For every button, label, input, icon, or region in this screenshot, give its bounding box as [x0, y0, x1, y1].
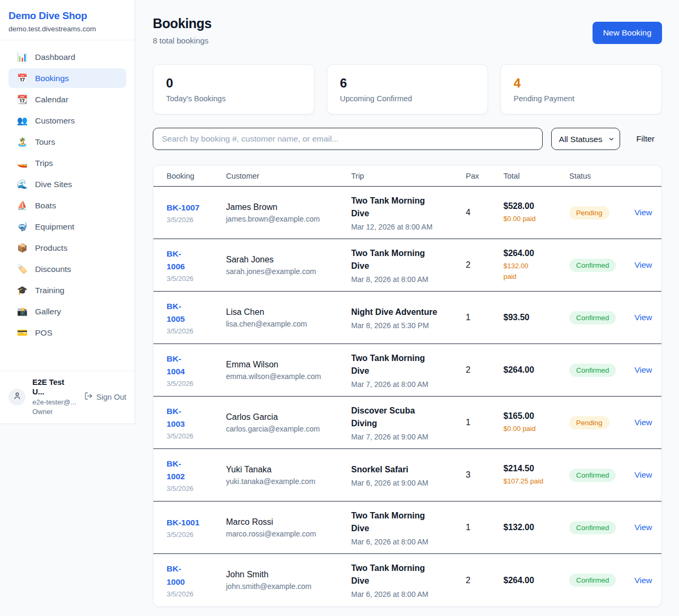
sidebar-item-calendar[interactable]: 📆 Calendar	[8, 90, 126, 109]
pax-count: 3	[466, 470, 503, 480]
column-header-trip: Trip	[351, 172, 466, 180]
customer-cell: Lisa Chen lisa.chen@example.com	[226, 307, 351, 328]
brand-name: Demo Dive Shop	[8, 10, 126, 22]
table-row: BK- 1004 3/5/2026 Emma Wilson emma.wilso…	[153, 344, 661, 397]
booking-date: 3/5/2026	[167, 590, 226, 598]
view-link[interactable]: View	[634, 313, 652, 322]
filters-row: All Statuses Filter	[153, 128, 662, 150]
nav-icon: 🤿	[17, 222, 28, 232]
status-cell: Pending	[569, 206, 634, 219]
sidebar-item-pos[interactable]: 💳 POS	[8, 323, 126, 342]
booking-date: 3/5/2026	[167, 432, 226, 440]
stat-value: 0	[166, 76, 301, 91]
booking-id-link[interactable]: BK- 1003	[167, 405, 226, 430]
stat-card: 4 Pending Payment	[500, 64, 662, 115]
actions-cell: View	[634, 208, 661, 217]
total-cell: $264.00	[503, 576, 569, 585]
nav-icon: 🌊	[17, 179, 28, 189]
total-cell: $264.00 $132.00 paid	[503, 249, 569, 281]
trip-datetime: Mar 7, 2026 at 8:00 AM	[351, 380, 466, 389]
actions-cell: View	[634, 418, 661, 427]
status-badge: Confirmed	[569, 259, 616, 272]
nav-icon: 👥	[17, 116, 28, 126]
sidebar-item-customers[interactable]: 👥 Customers	[8, 111, 126, 130]
trip-datetime: Mar 7, 2026 at 9:00 AM	[351, 433, 466, 441]
sidebar-item-label: Products	[35, 243, 67, 253]
sidebar-item-products[interactable]: 📦 Products	[8, 238, 126, 258]
stats-row: 0 Today's Bookings 6 Upcoming Confirmed …	[153, 64, 662, 115]
stat-value: 4	[513, 76, 649, 91]
sidebar-item-dive-sites[interactable]: 🌊 Dive Sites	[8, 174, 126, 194]
total-cell: $528.00 $0.00 paid	[503, 201, 569, 224]
sidebar-item-gallery[interactable]: 📸 Gallery	[8, 302, 126, 321]
column-header-customer: Customer	[226, 172, 351, 180]
status-badge: Confirmed	[569, 521, 616, 534]
booking-cell: BK- 1005 3/5/2026	[167, 300, 226, 335]
total-cell: $93.50	[503, 313, 569, 322]
view-link[interactable]: View	[634, 523, 652, 532]
view-link[interactable]: View	[634, 470, 652, 479]
stat-card: 0 Today's Bookings	[153, 64, 315, 115]
sidebar-item-label: Trips	[35, 159, 53, 168]
status-cell: Confirmed	[569, 574, 634, 587]
total-amount: $214.50	[503, 464, 569, 473]
trip-cell: Two Tank Morning Dive Mar 12, 2026 at 8:…	[351, 195, 466, 231]
search-input[interactable]	[153, 128, 543, 150]
trip-name: Two Tank Morning Dive	[351, 509, 466, 535]
customer-name: Lisa Chen	[226, 307, 351, 317]
page-subtitle: 8 total bookings	[153, 36, 212, 45]
total-amount: $264.00	[503, 249, 569, 258]
status-select[interactable]: All Statuses	[551, 128, 620, 150]
sidebar-item-label: Training	[35, 286, 64, 295]
status-badge: Pending	[569, 206, 610, 219]
booking-id-link[interactable]: BK-1007	[167, 201, 226, 214]
filter-button[interactable]: Filter	[637, 134, 655, 144]
booking-id-link[interactable]: BK- 1000	[167, 562, 226, 588]
sidebar-item-discounts[interactable]: 🏷️ Discounts	[8, 259, 126, 279]
customer-cell: Carlos Garcia carlos.garcia@example.com	[226, 412, 351, 433]
booking-id-link[interactable]: BK- 1006	[167, 248, 226, 273]
customer-email: sarah.jones@example.com	[226, 267, 351, 276]
table-row: BK-1007 3/5/2026 James Brown james.brown…	[153, 187, 661, 239]
customer-email: john.smith@example.com	[226, 582, 351, 591]
table-row: BK- 1003 3/5/2026 Carlos Garcia carlos.g…	[153, 397, 661, 449]
table-row: BK-1001 3/5/2026 Marco Rossi marco.rossi…	[153, 501, 661, 554]
trip-name: Two Tank Morning Dive	[351, 562, 466, 587]
booking-date: 3/5/2026	[167, 327, 226, 335]
booking-id-link[interactable]: BK- 1005	[167, 300, 226, 325]
trip-datetime: Mar 8, 2026 at 8:00 AM	[351, 275, 466, 284]
sidebar-item-equipment[interactable]: 🤿 Equipment	[8, 217, 126, 236]
sidebar-item-boats[interactable]: ⛵ Boats	[8, 196, 126, 215]
booking-id-link[interactable]: BK- 1004	[167, 353, 226, 378]
sidebar-item-tours[interactable]: 🏝️ Tours	[8, 132, 126, 152]
sidebar-item-trips[interactable]: 🚤 Trips	[8, 153, 126, 173]
view-link[interactable]: View	[634, 576, 652, 585]
total-amount: $132.00	[503, 523, 569, 532]
actions-cell: View	[634, 470, 661, 480]
total-amount: $165.00	[503, 411, 569, 421]
page-header: Bookings 8 total bookings New Booking	[153, 16, 662, 45]
view-link[interactable]: View	[634, 418, 652, 427]
sidebar-item-label: Discounts	[35, 265, 71, 274]
booking-id-link[interactable]: BK-1001	[167, 516, 226, 529]
user-role: Owner	[32, 408, 77, 416]
status-cell: Confirmed	[569, 364, 634, 377]
customer-name: Carlos Garcia	[226, 412, 351, 422]
customer-email: marco.rossi@example.com	[226, 530, 351, 538]
trip-name: Two Tank Morning Dive	[351, 352, 466, 377]
customer-cell: Emma Wilson emma.wilson@example.com	[226, 360, 351, 381]
booking-id-link[interactable]: BK- 1002	[167, 457, 226, 483]
table-row: BK- 1000 3/5/2026 John Smith john.smith@…	[153, 554, 661, 606]
sidebar-item-dashboard[interactable]: 📊 Dashboard	[8, 47, 126, 67]
booking-date: 3/5/2026	[167, 216, 226, 224]
view-link[interactable]: View	[634, 365, 652, 374]
customer-email: carlos.garcia@example.com	[226, 425, 351, 433]
view-link[interactable]: View	[634, 260, 652, 269]
new-booking-button[interactable]: New Booking	[593, 22, 662, 44]
view-link[interactable]: View	[634, 208, 652, 217]
status-select-wrap: All Statuses	[551, 128, 620, 150]
sidebar-item-label: Boats	[35, 201, 56, 210]
sidebar-item-bookings[interactable]: 📅 Bookings	[8, 68, 126, 88]
sign-out-button[interactable]: Sign Out	[84, 392, 126, 402]
sidebar-item-training[interactable]: 🎓 Training	[8, 280, 126, 300]
